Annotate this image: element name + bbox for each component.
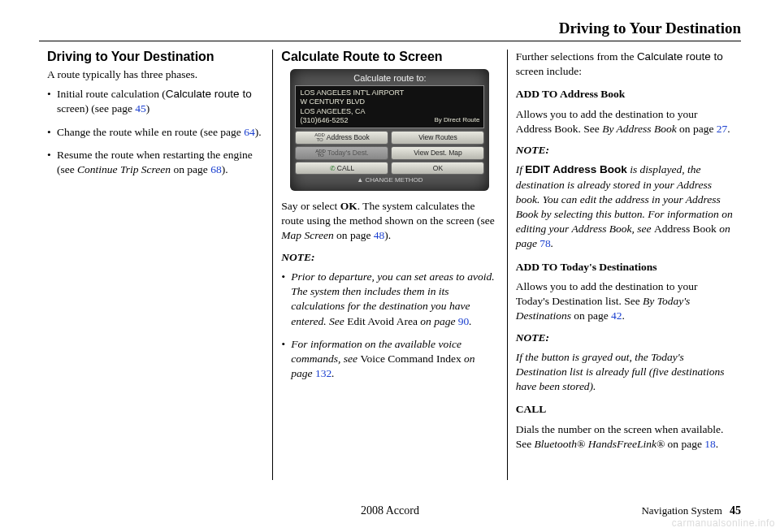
page-ref[interactable]: 90 xyxy=(458,315,470,327)
text: ). xyxy=(222,163,228,175)
list-item: Resume the route when restarting the eng… xyxy=(47,148,264,177)
text: on page xyxy=(665,438,704,450)
page-footer: 2008 Accord Navigation System 45 xyxy=(39,504,741,517)
screen-name: Map Screen xyxy=(281,229,333,241)
text: screen) (see page xyxy=(57,102,135,115)
column-3: Further selections from the Calculate ro… xyxy=(507,50,741,480)
text: Say or select xyxy=(281,200,340,212)
note-today-full: If the button is grayed out, the Today's… xyxy=(516,350,733,395)
watermark: carmanualsonline.info xyxy=(672,517,775,529)
col1-intro: A route typically has three phases. xyxy=(47,67,264,82)
text: on page xyxy=(171,163,210,175)
col1-heading: Driving to Your Destination xyxy=(47,50,264,64)
list-item: Change the route while en route (see pag… xyxy=(47,125,264,140)
nav-btn-address-book[interactable]: ADDTOAddress Book xyxy=(295,131,388,145)
text: . xyxy=(332,367,334,379)
screen-name: Continue Trip Screen xyxy=(77,163,171,175)
page-ref[interactable]: 64 xyxy=(244,126,255,138)
list-item: Initial route calculation (Calculate rou… xyxy=(47,87,264,116)
note-label: NOTE: xyxy=(281,250,498,265)
ui-term: Calculate route to xyxy=(166,88,252,100)
addto-today-text: Allows you to add the destination to you… xyxy=(516,279,733,324)
text: on page xyxy=(677,123,717,135)
text: screen include: xyxy=(516,65,582,77)
screen-name: By Address Book xyxy=(602,123,676,135)
page-number: 45 xyxy=(730,504,741,517)
col2-heading: Calculate Route to Screen xyxy=(281,50,498,64)
nav-row: ADDTOToday's Dest. View Dest. Map xyxy=(295,146,484,160)
nav-phone: (310)646-5252 xyxy=(300,116,348,124)
ui-term: Voice Command Index xyxy=(360,353,461,365)
text: ). xyxy=(384,229,391,241)
col3-intro: Further selections from the Calculate ro… xyxy=(516,50,733,79)
btn-label: Address Book xyxy=(327,133,370,141)
text: on page xyxy=(334,229,374,241)
nav-btn-view-routes[interactable]: View Routes xyxy=(391,131,484,145)
page-ref[interactable]: 78 xyxy=(540,237,551,249)
text: . xyxy=(622,309,625,322)
text: on page xyxy=(571,309,611,322)
btn-label: Today's Dest. xyxy=(327,149,369,157)
text: ). xyxy=(255,126,262,138)
footer-model: 2008 Accord xyxy=(361,504,419,517)
text: Initial route calculation ( xyxy=(57,88,166,100)
ui-term: Calculate route to xyxy=(637,50,723,63)
nav-btn-call[interactable]: ✆CALL xyxy=(295,162,388,175)
nav-btn-todays-dest[interactable]: ADDTOToday's Dest. xyxy=(295,146,388,160)
note-label: NOTE: xyxy=(516,143,733,158)
addto-addressbook-heading: ADD TO Address Book xyxy=(516,87,733,102)
nav-btn-ok[interactable]: OK xyxy=(391,162,484,175)
page-ref[interactable]: 132 xyxy=(315,367,332,379)
page-ref[interactable]: 48 xyxy=(374,229,385,241)
text: . xyxy=(716,438,718,450)
ui-term: Address Book xyxy=(654,223,717,235)
note-edit-addressbook: If EDIT Address Book is displayed, the d… xyxy=(516,162,733,251)
addto-addressbook-text: Allows you to add the destination to you… xyxy=(516,107,733,136)
page-ref[interactable]: 45 xyxy=(135,102,146,115)
call-heading: CALL xyxy=(516,402,733,417)
page-ref[interactable]: 18 xyxy=(704,438,716,450)
addto-today-heading: ADD TO Today's Destinations xyxy=(516,260,733,275)
text: . xyxy=(469,315,471,327)
nav-row: ✆CALL OK xyxy=(295,162,484,175)
text: ) xyxy=(146,102,150,115)
page-header: Driving to Your Destination xyxy=(39,19,741,41)
addto-icon: ADDTO xyxy=(314,133,325,142)
content-columns: Driving to Your Destination A route typi… xyxy=(39,50,741,480)
nav-screen-info: LOS ANGELES INT'L AIRPORT W CENTURY BLVD… xyxy=(295,85,484,128)
nav-btn-view-dest-map[interactable]: View Dest. Map xyxy=(391,146,484,160)
column-1: Driving to Your Destination A route typi… xyxy=(39,50,272,480)
text: Further selections from the xyxy=(516,50,637,63)
page-ref[interactable]: 27 xyxy=(717,123,728,135)
col1-list: Initial route calculation (Calculate rou… xyxy=(47,87,264,177)
text: . xyxy=(551,237,553,249)
footer-label: Navigation System xyxy=(641,504,722,517)
nav-route-method: By Direct Route xyxy=(434,116,479,124)
text: Change the route while en route (see pag… xyxy=(57,126,244,138)
nav-info-line: LOS ANGELES INT'L AIRPORT xyxy=(300,89,479,97)
page-ref[interactable]: 68 xyxy=(210,163,222,175)
ui-term: EDIT Address Book xyxy=(525,163,627,175)
page-ref[interactable]: 42 xyxy=(611,309,622,322)
call-text: Dials the number on the screen when avai… xyxy=(516,422,733,452)
nav-info-line: LOS ANGELES, CA xyxy=(300,107,479,116)
nav-info-line: (310)646-5252 By Direct Route xyxy=(300,116,479,125)
footer-section: Navigation System 45 xyxy=(641,504,741,517)
nav-screen-footer: ▲ CHANGE METHOD xyxy=(295,176,484,184)
list-item: For information on the available voice c… xyxy=(281,337,498,382)
nav-screen-title: Calculate route to: xyxy=(295,73,484,83)
ok-term: OK xyxy=(340,200,358,212)
list-item: Prior to departure, you can set areas to… xyxy=(281,270,498,329)
phone-icon: ✆ xyxy=(330,165,336,172)
note-label: NOTE: xyxy=(516,331,733,345)
col2-paragraph: Say or select OK. The system calculates … xyxy=(281,199,498,244)
ui-term: Edit Avoid Area xyxy=(347,315,418,327)
addto-icon: ADDTO xyxy=(315,149,326,158)
nav-screen-figure: Calculate route to: LOS ANGELES INT'L AI… xyxy=(290,69,489,191)
column-2: Calculate Route to Screen Calculate rout… xyxy=(272,50,506,480)
btn-label: CALL xyxy=(337,164,354,172)
header-title: Driving to Your Destination xyxy=(559,19,741,37)
text: . xyxy=(727,123,730,135)
text: If xyxy=(516,163,526,175)
col2-notes: Prior to departure, you can set areas to… xyxy=(281,270,498,382)
